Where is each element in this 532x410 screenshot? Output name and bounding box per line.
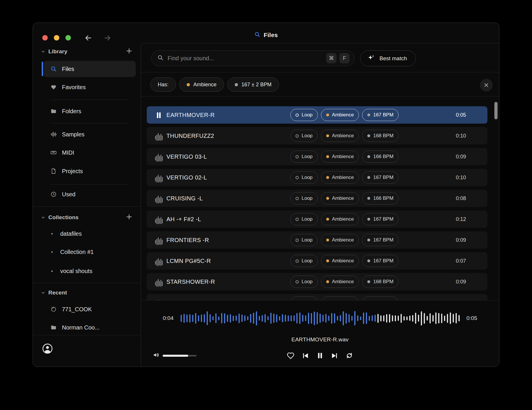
waveform-bar [299,312,300,324]
gray-dot-icon [367,218,370,221]
search-icon [50,66,57,72]
filter-prefix-label: Has: [158,82,168,88]
app-window: Files LibraryFilesFavoritesFoldersSample… [33,23,499,367]
table-row-frontiers-r[interactable]: FRONTIERS -RLoopAmbience167 BPM0:09 [147,231,487,249]
waveform-bar [444,316,445,321]
table-row-vertigo-03-l[interactable]: VERTIGO 03-LLoopAmbience166 BPM0:09 [147,148,487,165]
waveform-bar [305,315,306,321]
waveform-bar [314,312,315,325]
waveform-bar [458,315,460,321]
section-header-recent[interactable]: Recent [33,288,141,297]
waveform-bar [334,313,335,323]
table-row-earthmover-r[interactable]: EARTHMOVER-RLoopAmbience167 BPM0:05 [147,106,487,124]
amber-dot-icon [187,83,190,86]
duration: 0:09 [456,237,466,243]
loop-icon [296,218,299,221]
gray-dot-icon [367,176,370,179]
waveform-bar [236,316,237,321]
bullet-icon [51,270,53,272]
sidebar-item-files[interactable]: Files [44,61,136,77]
filter-chip-167-2-bpm[interactable]: 167 ± 2 BPM [227,77,279,92]
section-header-library[interactable]: Library [33,47,141,56]
sidebar-item-folders[interactable]: Folders [33,105,141,118]
waveform[interactable] [181,308,460,328]
table-row-cruising-l[interactable]: CRUISING -LLoopAmbience166 BPM0:08 [147,190,487,207]
waveform-bar [346,313,347,324]
clock-icon [50,191,57,197]
bullet-icon [51,251,53,253]
waveform-bar [186,314,188,322]
amber-dot-icon [326,176,329,179]
sidebar-item-samples[interactable]: Samples [33,128,141,141]
sidebar-item-label: Files [62,66,74,72]
sidebar-item-midi[interactable]: MIDI [33,146,141,159]
sidebar-item-norman-coo[interactable]: Norman Coo... [33,321,141,334]
user-avatar[interactable] [42,343,53,355]
pause-button[interactable] [316,351,324,360]
loop-badge: Loop [290,276,318,288]
duration: 0:08 [456,195,466,202]
sidebar-item-label: vocal shouts [60,268,92,274]
sidebar-item-datafiles[interactable]: datafiles [33,227,141,240]
waveform-bar [348,314,350,323]
waveform-bar [218,316,219,320]
sidebar-item-projects[interactable]: Projects [33,165,141,177]
waveform-bar [262,315,263,322]
pause-icon[interactable] [154,111,163,119]
best-match-button[interactable]: Best match [360,50,416,66]
search-icon [157,54,164,62]
waveform-bar [239,314,240,323]
section-divider [33,206,141,207]
sidebar-item-label: Norman Coo... [62,324,100,331]
file-name: LCMN PG#5C-R [166,258,211,264]
table-row-starshower-r[interactable]: STARSHOWER-RLoopAmbience168 BPM0:09 [147,273,487,290]
bpm-badge: 167 BPM [362,255,399,267]
filter-chip-ambience[interactable]: Ambience [179,77,224,92]
waveform-bar [363,312,364,324]
loop-badge: Loop [290,109,318,121]
sidebar-item-collection-1[interactable]: Collection #1 [33,246,141,258]
waveform-icon [154,277,163,287]
table-row-vertigo-02-l[interactable]: VERTIGO 02-LLoopAmbience167 BPM0:10 [147,169,487,186]
waveform-bar [195,313,196,324]
waveform-bar [285,315,286,322]
clear-filters-button[interactable] [480,79,493,91]
shortcut-keys: ⌘F [324,53,350,63]
waveform-bar [233,316,234,321]
bpm-badge: 167 BPM [362,234,399,246]
sidebar-item-used[interactable]: Used [33,188,141,201]
scrollbar-thumb[interactable] [494,102,498,119]
waveform-bar [192,315,193,322]
add-icon[interactable] [126,213,133,220]
search-input[interactable]: Find your sound... ⌘F [151,50,355,66]
gray-dot-icon [367,155,370,158]
waveform-bar [247,316,248,320]
waveform-bar [224,313,225,323]
previous-track-button[interactable] [302,352,309,360]
waveform-bar [230,314,231,323]
tag-badge: Ambience [321,255,359,267]
table-row-thunderfuzz2[interactable]: THUNDERFUZZ2LoopAmbience168 BPM0:10 [147,127,487,144]
favorite-button[interactable] [286,351,295,360]
section-divider [33,335,141,335]
repeat-button[interactable] [345,351,354,360]
waveform-bar [204,314,205,323]
gray-dot-icon [367,197,370,200]
next-track-button[interactable] [331,352,338,360]
badges: LoopAmbience167 BPM [290,255,399,267]
waveform-bar [311,313,312,324]
table-row-ah-f-2-l[interactable]: AH -+ F#2 -LLoopAmbience167 BPM0:12 [147,211,487,228]
gray-dot-icon [367,134,370,137]
sidebar-item-favorites[interactable]: Favorites [33,81,141,94]
duration: 0:09 [456,154,466,160]
section-header-collections[interactable]: Collections [33,213,141,222]
table-row-lcmn-pg-5c-r[interactable]: LCMN PG#5C-RLoopAmbience167 BPM0:07 [147,252,487,270]
waveform-bar [409,316,410,321]
sidebar-item-771-cook[interactable]: 771_COOK [33,303,141,316]
loop-icon [296,239,299,242]
tag-badge: Ambience [321,130,359,142]
waveform-icon [154,193,163,203]
waveform-bar [256,311,257,325]
add-icon[interactable] [126,47,133,54]
sidebar-item-vocal-shouts[interactable]: vocal shouts [33,265,141,277]
